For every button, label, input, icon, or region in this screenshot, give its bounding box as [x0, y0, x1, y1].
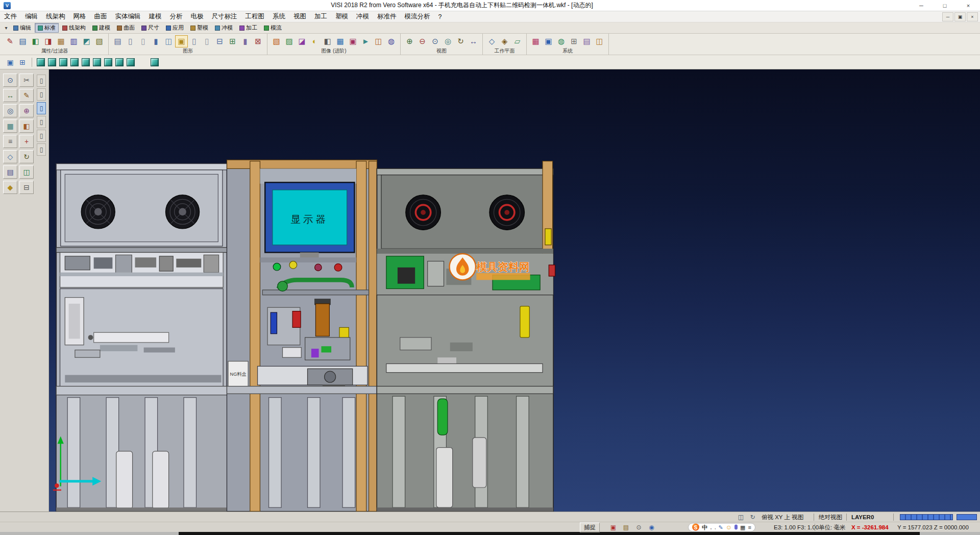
ime-punctuation-toggle[interactable]: 。, — [710, 524, 716, 530]
mdi-minimize-button[interactable]: ─ — [942, 12, 953, 21]
graphics-grid-icon[interactable]: ⊞ — [226, 35, 239, 47]
menu-item[interactable]: 曲面 — [90, 11, 111, 22]
ime-logo-icon[interactable]: S — [692, 524, 699, 531]
store-view-icon[interactable]: ▯ — [188, 35, 201, 47]
pane-cycle-icon[interactable]: ◫ — [736, 513, 746, 521]
ime-keyboard-icon[interactable]: ▦ — [740, 524, 745, 530]
filter-color-icon[interactable]: ▦ — [55, 35, 67, 47]
graphics-compare-icon[interactable]: ⊟ — [213, 35, 226, 47]
ime-toolbox-icon[interactable]: ≡ — [748, 524, 751, 530]
add-element-icon[interactable]: + — [19, 135, 34, 148]
tab[interactable]: 模流 — [261, 23, 285, 33]
tab[interactable]: 线架构 — [59, 23, 89, 33]
advanced-render-icon[interactable]: ◍ — [385, 35, 398, 47]
back-view-icon[interactable] — [70, 58, 79, 66]
bottom-view-icon[interactable] — [104, 58, 112, 66]
point-icon[interactable]: ◆ — [3, 181, 17, 194]
menu-item[interactable]: 系统 — [268, 11, 289, 22]
ruler-icon[interactable]: ▤ — [621, 523, 631, 531]
copy-attributes-icon[interactable]: ▤ — [16, 35, 29, 47]
menu-item[interactable]: 工程图 — [241, 11, 269, 22]
iso-front-right-view-icon[interactable] — [115, 58, 124, 66]
texture-icon[interactable]: ▨ — [283, 35, 296, 47]
dynamic-pan-icon[interactable]: ↔ — [467, 35, 480, 47]
tab[interactable]: 标准 — [35, 23, 59, 33]
tab[interactable]: 应用 — [163, 23, 187, 33]
current-view-name[interactable]: 俯视 XY 上 视图 — [762, 513, 803, 521]
grid-settings-icon[interactable]: ⊞ — [568, 35, 580, 47]
tab[interactable]: 建模 — [89, 23, 113, 33]
filter-layer-icon[interactable]: ▥ — [67, 35, 80, 47]
filter-chain-icon[interactable]: ◧ — [29, 35, 42, 47]
filter-element-icon[interactable]: ◨ — [42, 35, 55, 47]
ime-emoji-icon[interactable]: ☺ — [726, 524, 732, 531]
background-icon[interactable]: ▦ — [334, 35, 347, 47]
material-icon[interactable]: ◪ — [296, 35, 308, 47]
wireframe-display-icon[interactable]: ◫ — [162, 35, 175, 47]
restore-graphics-icon[interactable]: ▯ — [137, 35, 150, 47]
zoom-out-icon[interactable]: ⊖ — [416, 35, 429, 47]
zoom-fit-icon[interactable]: ◎ — [442, 35, 454, 47]
capture-icon[interactable]: ▣ — [608, 523, 618, 531]
viewport-layout-icon[interactable]: ▣ — [542, 35, 555, 47]
system-monitor-icon[interactable]: ◫ — [593, 35, 606, 47]
tab[interactable]: 冲模 — [212, 23, 236, 33]
menu-item[interactable]: 线架构 — [42, 11, 69, 22]
assistant-icon[interactable]: ◉ — [647, 523, 656, 531]
globe-icon[interactable]: ◍ — [555, 35, 568, 47]
filter-settings-icon[interactable]: ▧ — [93, 35, 106, 47]
menu-item[interactable]: 加工 — [310, 11, 331, 22]
sketch-icon[interactable]: ✎ — [19, 89, 34, 102]
menu-item[interactable]: 编辑 — [21, 11, 42, 22]
zoom-window-icon[interactable]: ⊙ — [429, 35, 442, 47]
maximize-button[interactable]: □ — [933, 0, 957, 11]
ime-mic-icon[interactable] — [734, 525, 738, 530]
active-color-swatch[interactable] — [957, 514, 977, 520]
front-view-icon[interactable] — [59, 58, 67, 66]
menu-item[interactable]: 冲模 — [352, 11, 373, 22]
menu-item[interactable]: 文件 — [0, 11, 21, 22]
list-icon[interactable]: ≡ — [3, 135, 17, 148]
shaded-display-icon[interactable]: ▣ — [175, 35, 188, 47]
layers-icon[interactable]: ▤ — [3, 165, 17, 179]
absolute-view-label[interactable]: 绝对视图 — [819, 513, 842, 521]
snap-toggle[interactable]: 捕捉 — [580, 522, 600, 532]
store-graphics-icon[interactable]: ▯ — [124, 35, 137, 47]
mesh-icon[interactable]: ▦ — [3, 119, 17, 133]
clipboard-2-icon[interactable]: ▯ — [37, 88, 46, 101]
animation-icon[interactable]: ► — [359, 35, 372, 47]
color-palette-icon[interactable]: ▦ — [529, 35, 542, 47]
render-icon[interactable]: ▧ — [270, 35, 283, 47]
filter-visible-icon[interactable]: ◩ — [80, 35, 93, 47]
minimize-button[interactable]: ─ — [910, 0, 933, 11]
viewport-3d[interactable]: 显示器 — [49, 69, 980, 512]
axonometric-view-icon[interactable] — [37, 58, 45, 66]
circle-icon[interactable]: ◎ — [3, 104, 17, 117]
menu-item[interactable]: 分析 — [166, 11, 187, 22]
workplane-view-icon[interactable]: ▱ — [511, 35, 524, 47]
mdi-close-button[interactable]: × — [967, 12, 978, 21]
tab[interactable]: 塑模 — [187, 23, 211, 33]
layer-indicator[interactable]: LAYER0 — [851, 514, 874, 520]
menu-item[interactable]: 标准件 — [373, 11, 401, 22]
surface-icon[interactable]: ◇ — [3, 150, 17, 163]
tab[interactable]: 尺寸 — [138, 23, 162, 33]
tab[interactable]: 曲面 — [114, 23, 138, 33]
tab[interactable]: 编辑 — [10, 23, 34, 33]
iso-back-left-view-icon[interactable] — [127, 58, 135, 66]
ime-toolbar[interactable]: S 中 。, ✎ ☺ ▦ ≡ — [688, 523, 755, 531]
snapshot-icon[interactable]: ▣ — [347, 35, 359, 47]
workplane-align-icon[interactable]: ◈ — [498, 35, 511, 47]
plotter-icon[interactable]: ▤ — [580, 35, 593, 47]
zoom-select-icon[interactable]: ⊙ — [3, 74, 17, 87]
recall-view-icon[interactable]: ▯ — [201, 35, 213, 47]
menu-item[interactable]: 电极 — [187, 11, 208, 22]
menu-item[interactable]: 网格 — [69, 11, 90, 22]
graphics-cylinder-icon[interactable]: ▮ — [239, 35, 252, 47]
clipboard-6-icon[interactable]: ▯ — [37, 143, 46, 156]
modify-attributes-icon[interactable]: ✎ — [4, 35, 16, 47]
menu-item[interactable]: 模流分析 — [401, 11, 434, 22]
menu-item[interactable]: 实体编辑 — [111, 11, 145, 22]
zoom-in-icon[interactable]: ⊕ — [403, 35, 416, 47]
clipboard-4-icon[interactable]: ▯ — [37, 116, 46, 128]
